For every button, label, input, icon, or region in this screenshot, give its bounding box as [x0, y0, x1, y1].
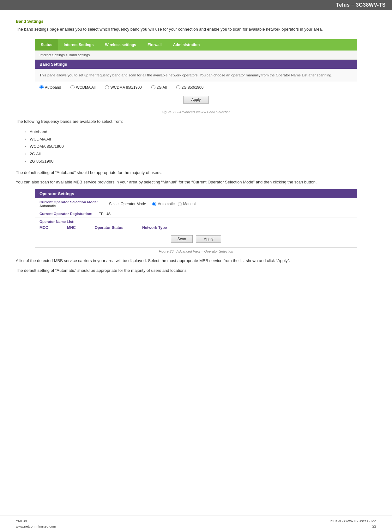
list-item: WCDMA 850/1900 [25, 143, 376, 150]
select-mode-options: Select Operator Mode Automatic Manual [109, 202, 196, 206]
nav-item-administration[interactable]: Administration [167, 39, 206, 51]
following-text: The following frequency bands are availa… [16, 118, 376, 125]
footer: YML38 www.netcommlimited.com Telus 3G38W… [0, 516, 392, 532]
operator-settings-ui: Operator Settings Current Operator Selec… [35, 189, 357, 248]
radio-wcdma-all-input[interactable] [70, 85, 75, 89]
radio-2g-850-1900-input[interactable] [176, 85, 180, 89]
section-heading: Band Settings [16, 19, 376, 24]
figure28-caption: Figure 28 - Advanced View – Operator Sel… [16, 249, 376, 253]
mnc-col: MNC [67, 225, 75, 230]
radio-wcdma-850-1900-input[interactable] [105, 85, 109, 89]
select-mode-label: Select Operator Mode [109, 202, 146, 206]
mcc-col: MCC [39, 225, 48, 230]
radio-2g-all[interactable]: 2G All [151, 85, 167, 90]
footer-product: Telus 3G38WV-TS User Guide [329, 518, 376, 524]
main-content: Band Settings The band settings page ena… [0, 10, 392, 290]
band-settings-panel-heading: Band Settings [35, 60, 357, 69]
registration-label: Current Operator Registration: [39, 212, 96, 216]
default-auto-text: The default setting of “Automatic” shoul… [16, 267, 376, 274]
nav-bar: Status Internet Settings Wireless settin… [35, 39, 357, 51]
default-autoband-text: The default setting of “Autoband” should… [16, 170, 376, 176]
band-apply-button[interactable]: Apply [183, 96, 208, 104]
band-radio-options: Autoband WCDMA All WCDMA 850/1900 2G All… [35, 82, 357, 93]
band-apply-row: Apply [35, 93, 357, 108]
operator-name-label: Operator Name List: [39, 220, 109, 224]
mcc-mnc-header: MCC MNC Operator Status Network Type [39, 225, 353, 230]
radio-autoband-input[interactable] [39, 85, 44, 89]
nav-item-internet-settings[interactable]: Internet Settings [58, 39, 100, 51]
radio-2g-all-input[interactable] [151, 85, 155, 89]
band-settings-description: This page allows you to set up the frequ… [35, 69, 357, 82]
nav-item-status[interactable]: Status [35, 39, 58, 51]
operator-status-col: Operator Status [95, 225, 124, 230]
scan-button[interactable]: Scan [171, 235, 193, 243]
radio-2g-850-1900[interactable]: 2G 850/1900 [176, 85, 203, 90]
radio-wcdma-850-1900[interactable]: WCDMA 850/1900 [105, 85, 142, 90]
figure27-caption: Figure 27 - Advanced View – Band Selecti… [16, 110, 376, 114]
radio-manual-input[interactable] [178, 202, 182, 206]
radio-autoband[interactable]: Autoband [39, 85, 61, 90]
nav-item-firewall[interactable]: Firewall [142, 39, 167, 51]
page-title: Telus – 3G38WV-TS [336, 2, 386, 8]
footer-website: www.netcommlimited.com [16, 524, 56, 529]
radio-manual[interactable]: Manual [178, 202, 196, 206]
current-mode-label: Current Operator Selection Mode: [39, 200, 109, 204]
nav-item-wireless-settings[interactable]: Wireless settings [99, 39, 142, 51]
scan-apply-row: Scan Apply [35, 232, 357, 247]
header-bar: Telus – 3G38WV-TS [0, 0, 392, 10]
network-type-col: Network Type [142, 225, 167, 230]
list-item: Autoband [25, 128, 376, 135]
list-detected-text: A list of the detected MBB service carri… [16, 258, 376, 264]
operator-name-list-row: Operator Name List: MCC MNC Operator Sta… [35, 218, 357, 232]
operator-registration-row: Current Operator Registration: TELUS [35, 210, 357, 218]
registration-value: TELUS [99, 212, 111, 216]
footer-right: Telus 3G38WV-TS User Guide 22 [329, 518, 376, 529]
radio-wcdma-all[interactable]: WCDMA All [70, 85, 95, 90]
list-item: WCDMA All [25, 135, 376, 143]
band-settings-ui: Status Internet Settings Wireless settin… [35, 39, 357, 108]
operator-mode-row: Current Operator Selection Mode: Automat… [35, 198, 357, 210]
footer-left: YML38 www.netcommlimited.com [16, 518, 56, 529]
operator-settings-panel-heading: Operator Settings [35, 189, 357, 198]
breadcrumb: Internet Settings > Band settings [35, 51, 357, 60]
radio-automatic-input[interactable] [152, 202, 156, 206]
radio-automatic[interactable]: Automatic [152, 202, 174, 206]
operator-apply-button[interactable]: Apply [196, 235, 221, 243]
section-intro: The band settings page enables you to se… [16, 26, 376, 33]
scan-intro-text: You can also scan for available MBB serv… [16, 179, 376, 186]
list-item: 2G All [25, 150, 376, 158]
footer-page: 22 [329, 524, 376, 529]
band-list: Autoband WCDMA All WCDMA 850/1900 2G All… [16, 128, 376, 165]
list-item: 2G 850/1900 [25, 158, 376, 165]
current-mode-value: Automatic [39, 204, 109, 208]
footer-yml: YML38 [16, 518, 56, 524]
